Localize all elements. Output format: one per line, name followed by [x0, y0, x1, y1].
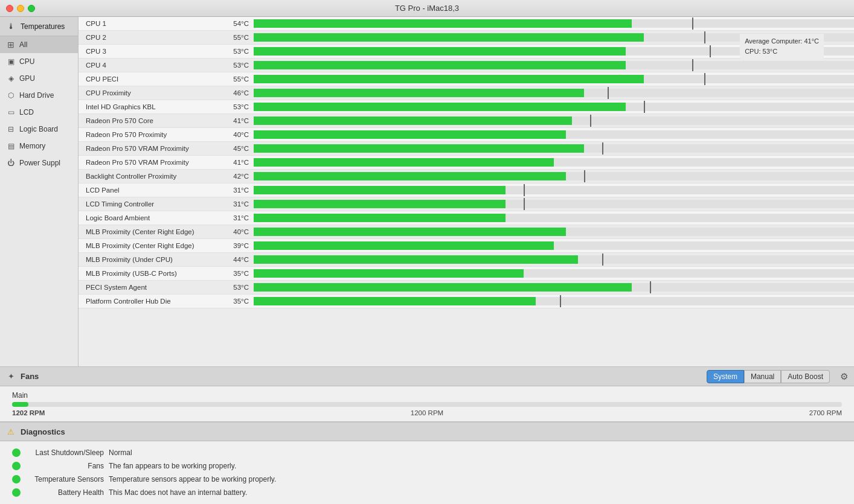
temp-bar-fill — [254, 186, 506, 194]
temp-sensor-name: LCD Timing Controller — [79, 200, 223, 208]
diag-header: Diagnostics — [0, 422, 854, 441]
temp-marker — [704, 73, 705, 85]
temp-bar-fill — [254, 158, 554, 167]
temp-sensor-value: 35°C — [223, 270, 254, 277]
sidebar-item-gpu[interactable]: GPU — [0, 70, 78, 87]
temp-bar-fill — [254, 214, 506, 222]
temp-marker — [608, 87, 609, 99]
sidebar-item-hard-drive[interactable]: Hard Drive — [0, 87, 78, 104]
sidebar-item-lcd[interactable]: LCD — [0, 104, 78, 121]
temp-row: Radeon Pro 570 VRAM Proximity 41°C — [79, 156, 854, 170]
fan-min-rpm: 1200 RPM — [411, 409, 443, 416]
temp-sensor-value: 39°C — [223, 242, 254, 249]
fan-slider[interactable] — [12, 402, 842, 407]
temp-bar-fill — [254, 116, 572, 125]
temp-bar-fill — [254, 144, 584, 153]
temp-sensor-value: 44°C — [223, 256, 254, 263]
temp-marker — [602, 142, 603, 155]
temp-bar-fill — [254, 33, 644, 42]
temp-sensor-value: 31°C — [223, 200, 254, 208]
temp-bar-fill — [254, 130, 566, 139]
fan-controls: SystemManualAuto Boost — [707, 370, 830, 383]
traffic-lights — [6, 5, 35, 12]
temp-bar-container — [254, 200, 854, 208]
sidebar-items: All CPU GPU Hard Drive LCD Logic Board M… — [0, 36, 78, 171]
temp-sensor-name: CPU 1 — [79, 20, 223, 27]
temp-row: MLB Proximity (Under CPU) 44°C — [79, 253, 854, 267]
temp-sensor-value: 53°C — [223, 48, 254, 55]
temp-bar-container — [254, 158, 854, 167]
temp-row: Intel HD Graphics KBL 53°C — [79, 100, 854, 114]
sidebar-item-label: Memory — [19, 142, 45, 150]
temp-sensor-name: CPU 3 — [79, 48, 223, 55]
fan-item: Main 1202 RPM 1200 RPM 2700 RPM — [12, 391, 842, 416]
maximize-button[interactable] — [28, 5, 35, 12]
temp-marker — [524, 198, 525, 210]
temp-bar-container — [254, 241, 854, 250]
fans-header: Fans SystemManualAuto Boost — [0, 367, 854, 386]
temp-marker — [692, 59, 693, 71]
temp-sensor-value: 54°C — [223, 20, 254, 27]
temp-sensor-name: CPU 2 — [79, 34, 223, 41]
sidebar-item-cpu[interactable]: CPU — [0, 53, 78, 70]
temp-marker — [584, 170, 585, 182]
diag-row-label: Last Shutdown/Sleep — [25, 448, 104, 457]
sidebar-item-memory[interactable]: Memory — [0, 138, 78, 155]
temp-bar-fill — [254, 228, 566, 236]
sidebar-item-label: CPU — [19, 57, 34, 66]
temp-bar-container — [254, 214, 854, 222]
temp-row: Backlight Controller Proximity 42°C — [79, 170, 854, 183]
temp-bar-fill — [254, 103, 626, 111]
memory-icon — [6, 141, 16, 151]
sidebar-item-all[interactable]: All — [0, 36, 78, 53]
cpu-temp-value: 53°C — [763, 48, 778, 55]
temp-content: CPU 1 54°C CPU 2 55°C CPU 3 53°C CPU 4 5… — [79, 17, 854, 366]
temp-row: CPU Proximity 46°C — [79, 86, 854, 100]
temp-sensor-name: Radeon Pro 570 Proximity — [79, 131, 223, 138]
diag-status-dot — [12, 462, 21, 470]
diag-rows: Last Shutdown/Sleep Normal Fans The fan … — [0, 441, 854, 504]
temp-bar-fill — [254, 269, 524, 278]
temp-bar-container — [254, 103, 854, 111]
diag-row-value: Normal — [109, 448, 132, 457]
temp-sensor-value: 31°C — [223, 214, 254, 222]
temp-sensor-name: MLB Proximity (Under CPU) — [79, 256, 223, 263]
temp-sensor-value: 40°C — [223, 131, 254, 138]
sidebar-item-label: Logic Board — [19, 125, 58, 133]
temp-bar-container — [254, 61, 854, 69]
temp-sensor-value: 45°C — [223, 145, 254, 152]
sidebar-item-logic-board[interactable]: Logic Board — [0, 121, 78, 138]
temp-sensor-value: 31°C — [223, 187, 254, 194]
fans-gear-icon[interactable] — [840, 371, 848, 382]
temp-sensor-value: 53°C — [223, 62, 254, 69]
temp-marker — [602, 254, 603, 266]
sidebar-item-power-suppl[interactable]: Power Suppl — [0, 155, 78, 171]
diag-status-dot — [12, 448, 21, 457]
sidebar-item-label: LCD — [19, 108, 34, 116]
temp-row: CPU PECI 55°C — [79, 72, 854, 86]
fans-content: Main 1202 RPM 1200 RPM 2700 RPM — [0, 386, 854, 421]
temp-row: Logic Board Ambient 31°C — [79, 211, 854, 225]
fan-control-auto-boost-button[interactable]: Auto Boost — [781, 370, 830, 383]
minimize-button[interactable] — [17, 5, 24, 12]
temp-row: LCD Timing Controller 31°C — [79, 197, 854, 211]
temp-marker — [710, 45, 711, 57]
temp-row: Platform Controller Hub Die 35°C — [79, 295, 854, 308]
fan-control-system-button[interactable]: System — [707, 370, 744, 383]
temp-bar-fill — [254, 297, 536, 305]
fan-control-manual-button[interactable]: Manual — [744, 370, 781, 383]
close-button[interactable] — [6, 5, 13, 12]
sidebar-item-label: Power Suppl — [19, 159, 60, 167]
temp-bar-container — [254, 19, 854, 28]
temp-row: Radeon Pro 570 Proximity 40°C — [79, 128, 854, 142]
temp-sensor-name: MLB Proximity (Center Right Edge) — [79, 242, 223, 249]
hd-icon — [6, 91, 16, 100]
diag-row: Last Shutdown/Sleep Normal — [0, 446, 854, 459]
temp-bar-container — [254, 75, 854, 83]
window-title: TG Pro - iMac18,3 — [395, 4, 459, 13]
temp-bar-container — [254, 297, 854, 305]
temp-bar-container — [254, 228, 854, 236]
temp-bar-container — [254, 255, 854, 264]
diag-row-value: Temperature sensors appear to be working… — [109, 475, 276, 483]
fan-slider-fill — [12, 402, 28, 407]
